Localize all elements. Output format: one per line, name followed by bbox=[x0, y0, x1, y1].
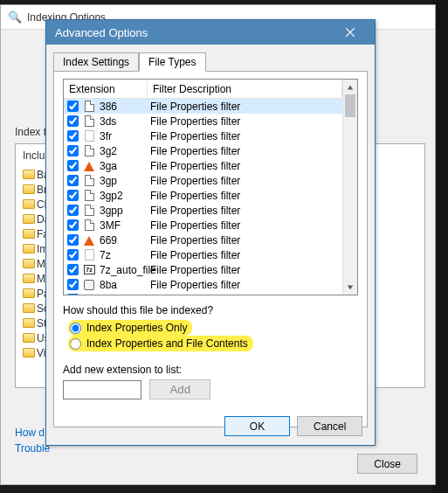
extension-cell: 8ba bbox=[100, 279, 150, 291]
file-type-row[interactable]: 3gppFile Properties filter bbox=[64, 203, 342, 218]
filter-description-cell: File Properties filter bbox=[150, 130, 341, 142]
extension-cell: 3fr bbox=[100, 130, 150, 142]
radio-properties-contents-row[interactable]: Index Properties and File Contents bbox=[68, 336, 253, 351]
scroll-down-icon[interactable] bbox=[343, 280, 357, 295]
vertical-scrollbar[interactable] bbox=[342, 80, 357, 295]
search-icon: 🔍 bbox=[8, 10, 22, 24]
file-type-checkbox[interactable] bbox=[67, 130, 79, 142]
file-type-row[interactable]: 3gaFile Properties filter bbox=[64, 158, 342, 173]
file-type-row[interactable]: 669File Properties filter bbox=[64, 233, 342, 247]
list-header: Extension Filter Description bbox=[64, 80, 342, 99]
extension-cell: 3ds bbox=[100, 115, 150, 128]
vlc-icon bbox=[82, 234, 96, 246]
folder-icon bbox=[23, 244, 35, 253]
scrollbar-track[interactable] bbox=[343, 94, 357, 280]
radio-properties-contents-label: Index Properties and File Contents bbox=[86, 337, 248, 350]
file-icon bbox=[82, 115, 96, 128]
cancel-button[interactable]: Cancel bbox=[297, 416, 362, 436]
add-extension-input[interactable] bbox=[63, 380, 141, 399]
filter-description-cell: File Properties filter bbox=[150, 175, 341, 187]
file-icon bbox=[82, 205, 96, 217]
file-type-checkbox[interactable] bbox=[67, 160, 79, 171]
extension-cell: 386 bbox=[100, 101, 150, 113]
file-type-row[interactable]: 3frFile Properties filter bbox=[64, 128, 342, 143]
folder-icon bbox=[23, 348, 35, 358]
gear-icon bbox=[82, 294, 96, 295]
extension-cell: 7z_auto_file bbox=[100, 264, 150, 276]
tab-file-types[interactable]: File Types bbox=[139, 52, 205, 72]
add-extension-label: Add new extension to list: bbox=[63, 364, 358, 376]
file-type-checkbox[interactable] bbox=[67, 234, 79, 246]
folder-icon bbox=[23, 259, 35, 268]
file-type-checkbox[interactable] bbox=[67, 190, 79, 201]
extension-cell: 3ga bbox=[100, 160, 150, 172]
file-type-checkbox[interactable] bbox=[67, 101, 79, 112]
file-icon bbox=[82, 145, 96, 157]
file-icon bbox=[82, 130, 96, 142]
file-type-row[interactable]: 8baFile Properties filter bbox=[64, 277, 342, 292]
file-icon bbox=[82, 175, 96, 187]
extension-cell: 3gp bbox=[100, 175, 150, 187]
file-type-row[interactable]: 386File Properties filter bbox=[64, 99, 342, 114]
file-type-checkbox[interactable] bbox=[67, 175, 79, 186]
file-type-row[interactable]: 7z7z_auto_fileFile Properties filter bbox=[64, 262, 342, 277]
file-icon bbox=[82, 190, 96, 202]
radio-properties-only-row[interactable]: Index Properties Only bbox=[68, 320, 192, 336]
filter-description-cell: File Properties filter bbox=[150, 145, 341, 157]
folder-icon bbox=[23, 214, 35, 224]
folder-icon bbox=[23, 229, 35, 239]
close-icon[interactable] bbox=[334, 23, 366, 42]
extension-cell: 3g2 bbox=[100, 145, 150, 157]
extension-cell: 669 bbox=[100, 234, 150, 246]
file-type-row[interactable]: 3gp2File Properties filter bbox=[64, 188, 342, 203]
close-button[interactable]: Close bbox=[357, 454, 417, 474]
file-type-checkbox[interactable] bbox=[67, 264, 79, 275]
file-type-row[interactable]: 3MFFile Properties filter bbox=[64, 218, 342, 233]
ok-button[interactable]: OK bbox=[224, 416, 290, 436]
advanced-options-titlebar: Advanced Options bbox=[46, 20, 375, 45]
file-type-row[interactable]: 8bcFile Properties filter bbox=[64, 292, 342, 295]
file-type-row[interactable]: 3g2File Properties filter bbox=[64, 143, 342, 158]
file-types-panel: Extension Filter Description 386File Pro… bbox=[53, 71, 368, 427]
radio-properties-only-label: Index Properties Only bbox=[86, 322, 187, 334]
tab-strip: Index Settings File Types bbox=[53, 52, 368, 72]
filter-description-cell: File Properties filter bbox=[150, 249, 341, 261]
extension-cell: 8bc bbox=[100, 294, 150, 295]
filter-description-cell: File Properties filter bbox=[150, 264, 341, 276]
file-type-checkbox[interactable] bbox=[67, 205, 79, 216]
folder-icon bbox=[23, 184, 35, 194]
extension-cell: 7z bbox=[100, 249, 150, 261]
column-extension[interactable]: Extension bbox=[64, 81, 148, 97]
file-type-checkbox[interactable] bbox=[67, 219, 79, 231]
column-filter-description[interactable]: Filter Description bbox=[148, 81, 342, 97]
folder-icon bbox=[23, 333, 35, 343]
folder-icon bbox=[23, 303, 35, 313]
filter-description-cell: File Properties filter bbox=[150, 234, 341, 246]
file-icon bbox=[82, 219, 96, 232]
radio-properties-only[interactable] bbox=[70, 323, 81, 334]
filter-description-cell: File Properties filter bbox=[150, 190, 341, 202]
advanced-options-dialog: Advanced Options Index Settings File Typ… bbox=[45, 19, 376, 446]
radio-properties-contents[interactable] bbox=[70, 338, 81, 350]
extension-cell: 3MF bbox=[100, 219, 150, 232]
file-type-list: Extension Filter Description 386File Pro… bbox=[63, 79, 358, 295]
scroll-up-icon[interactable] bbox=[343, 80, 357, 94]
filter-description-cell: File Properties filter bbox=[150, 101, 341, 113]
file-type-row[interactable]: 3gpFile Properties filter bbox=[64, 173, 342, 188]
filter-description-cell: File Properties filter bbox=[150, 279, 341, 291]
filter-description-cell: File Properties filter bbox=[150, 219, 341, 232]
file-type-checkbox[interactable] bbox=[67, 145, 79, 156]
file-type-row[interactable]: 3dsFile Properties filter bbox=[64, 114, 342, 128]
file-type-row[interactable]: 7zFile Properties filter bbox=[64, 247, 342, 262]
extension-cell: 3gp2 bbox=[100, 190, 150, 202]
tab-index-settings[interactable]: Index Settings bbox=[53, 52, 139, 72]
folder-icon bbox=[23, 288, 35, 298]
scrollbar-thumb[interactable] bbox=[345, 94, 355, 117]
file-type-checkbox[interactable] bbox=[67, 279, 79, 290]
file-type-checkbox[interactable] bbox=[67, 294, 79, 295]
file-type-checkbox[interactable] bbox=[67, 115, 79, 127]
file-type-checkbox[interactable] bbox=[67, 249, 79, 260]
folder-icon bbox=[23, 318, 35, 328]
7z-icon: 7z bbox=[82, 264, 96, 276]
index-question: How should this file be indexed? bbox=[63, 304, 358, 316]
